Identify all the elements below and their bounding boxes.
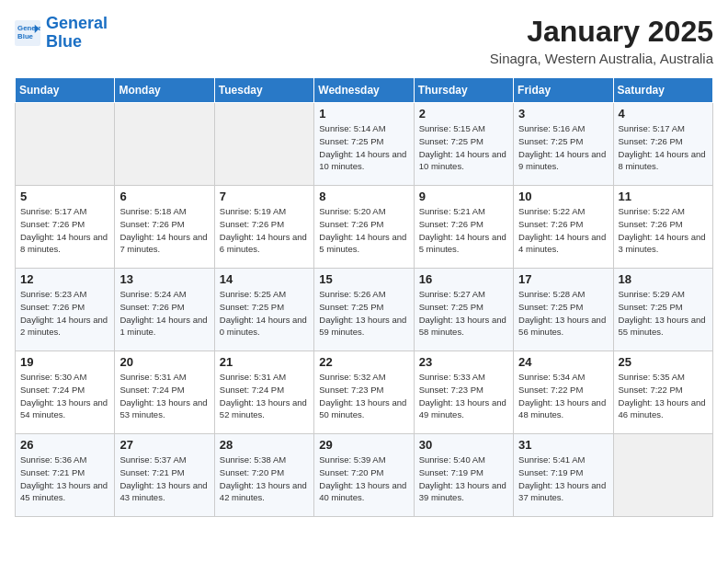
weekday-header-monday: Monday (115, 78, 214, 103)
day-number: 3 (518, 107, 608, 121)
day-info: Sunrise: 5:29 AMSunset: 7:25 PMDaylight:… (619, 288, 708, 339)
location-title: Sinagra, Western Australia, Australia (490, 51, 713, 66)
day-number: 10 (518, 190, 608, 203)
calendar-cell: 4Sunrise: 5:17 AMSunset: 7:26 PMDaylight… (613, 103, 712, 186)
day-info: Sunrise: 5:22 AMSunset: 7:26 PMDaylight:… (619, 205, 708, 256)
calendar-cell: 22Sunrise: 5:32 AMSunset: 7:23 PMDayligh… (314, 351, 414, 434)
calendar-cell: 6Sunrise: 5:18 AMSunset: 7:26 PMDaylight… (115, 186, 214, 269)
weekday-header-thursday: Thursday (414, 78, 513, 103)
day-number: 27 (119, 438, 209, 452)
day-number: 23 (419, 355, 508, 369)
calendar-cell: 23Sunrise: 5:33 AMSunset: 7:23 PMDayligh… (414, 351, 513, 434)
calendar-cell: 28Sunrise: 5:38 AMSunset: 7:20 PMDayligh… (214, 434, 313, 517)
calendar-cell: 20Sunrise: 5:31 AMSunset: 7:24 PMDayligh… (115, 351, 214, 434)
weekday-header-tuesday: Tuesday (214, 78, 313, 103)
calendar-cell: 24Sunrise: 5:34 AMSunset: 7:22 PMDayligh… (514, 351, 613, 434)
day-number: 6 (119, 190, 209, 203)
calendar-cell: 31Sunrise: 5:41 AMSunset: 7:19 PMDayligh… (514, 434, 613, 517)
day-info: Sunrise: 5:31 AMSunset: 7:24 PMDaylight:… (119, 371, 209, 421)
day-number: 14 (220, 272, 309, 286)
svg-text:Blue: Blue (17, 32, 34, 40)
title-section: January 2025 Sinagra, Western Australia,… (490, 15, 713, 66)
calendar-cell: 25Sunrise: 5:35 AMSunset: 7:22 PMDayligh… (613, 351, 712, 434)
day-number: 28 (220, 438, 309, 452)
calendar-cell: 15Sunrise: 5:26 AMSunset: 7:25 PMDayligh… (314, 269, 414, 351)
calendar-cell: 14Sunrise: 5:25 AMSunset: 7:25 PMDayligh… (214, 269, 313, 351)
calendar-cell: 5Sunrise: 5:17 AMSunset: 7:26 PMDaylight… (16, 186, 115, 269)
day-number: 5 (20, 190, 109, 203)
calendar-week-5: 26Sunrise: 5:36 AMSunset: 7:21 PMDayligh… (16, 434, 713, 517)
day-number: 4 (619, 107, 708, 121)
day-info: Sunrise: 5:30 AMSunset: 7:24 PMDaylight:… (20, 371, 109, 421)
calendar-cell (214, 103, 313, 186)
day-info: Sunrise: 5:41 AMSunset: 7:19 PMDaylight:… (518, 454, 608, 504)
day-number: 22 (319, 355, 408, 369)
day-number: 26 (20, 438, 109, 452)
day-number: 31 (518, 438, 608, 452)
day-number: 8 (319, 190, 408, 203)
day-info: Sunrise: 5:25 AMSunset: 7:25 PMDaylight:… (220, 288, 309, 339)
calendar-cell: 1Sunrise: 5:14 AMSunset: 7:25 PMDaylight… (314, 103, 414, 186)
calendar-table: SundayMondayTuesdayWednesdayThursdayFrid… (15, 77, 713, 517)
calendar-cell: 30Sunrise: 5:40 AMSunset: 7:19 PMDayligh… (414, 434, 513, 517)
day-info: Sunrise: 5:20 AMSunset: 7:26 PMDaylight:… (319, 205, 408, 256)
weekday-header-sunday: Sunday (16, 78, 115, 103)
calendar-cell: 27Sunrise: 5:37 AMSunset: 7:21 PMDayligh… (115, 434, 214, 517)
weekday-header-saturday: Saturday (613, 78, 712, 103)
day-number: 24 (518, 355, 608, 369)
day-info: Sunrise: 5:24 AMSunset: 7:26 PMDaylight:… (119, 288, 209, 339)
calendar-week-2: 5Sunrise: 5:17 AMSunset: 7:26 PMDaylight… (16, 186, 713, 269)
month-title: January 2025 (490, 15, 713, 49)
calendar-cell: 2Sunrise: 5:15 AMSunset: 7:25 PMDaylight… (414, 103, 513, 186)
calendar-cell: 21Sunrise: 5:31 AMSunset: 7:24 PMDayligh… (214, 351, 313, 434)
weekday-header-friday: Friday (514, 78, 613, 103)
calendar-cell: 16Sunrise: 5:27 AMSunset: 7:25 PMDayligh… (414, 269, 513, 351)
day-number: 1 (319, 107, 408, 121)
day-info: Sunrise: 5:39 AMSunset: 7:20 PMDaylight:… (319, 454, 408, 504)
day-info: Sunrise: 5:28 AMSunset: 7:25 PMDaylight:… (518, 288, 608, 339)
day-info: Sunrise: 5:19 AMSunset: 7:26 PMDaylight:… (220, 205, 309, 256)
day-info: Sunrise: 5:40 AMSunset: 7:19 PMDaylight:… (419, 454, 508, 504)
day-number: 20 (119, 355, 209, 369)
calendar-cell: 17Sunrise: 5:28 AMSunset: 7:25 PMDayligh… (514, 269, 613, 351)
day-info: Sunrise: 5:27 AMSunset: 7:25 PMDaylight:… (419, 288, 508, 339)
calendar-cell: 9Sunrise: 5:21 AMSunset: 7:26 PMDaylight… (414, 186, 513, 269)
logo: General Blue General Blue (15, 15, 108, 52)
day-info: Sunrise: 5:15 AMSunset: 7:25 PMDaylight:… (419, 122, 508, 173)
day-info: Sunrise: 5:23 AMSunset: 7:26 PMDaylight:… (20, 288, 109, 339)
logo-icon: General Blue (15, 20, 40, 46)
day-number: 25 (619, 355, 708, 369)
day-info: Sunrise: 5:22 AMSunset: 7:26 PMDaylight:… (518, 205, 608, 256)
day-number: 18 (619, 272, 708, 286)
day-info: Sunrise: 5:34 AMSunset: 7:22 PMDaylight:… (518, 371, 608, 421)
day-number: 2 (419, 107, 508, 121)
day-info: Sunrise: 5:38 AMSunset: 7:20 PMDaylight:… (220, 454, 309, 504)
logo-text: General Blue (46, 15, 108, 52)
day-info: Sunrise: 5:31 AMSunset: 7:24 PMDaylight:… (220, 371, 309, 421)
calendar-cell (16, 103, 115, 186)
day-info: Sunrise: 5:26 AMSunset: 7:25 PMDaylight:… (319, 288, 408, 339)
day-info: Sunrise: 5:35 AMSunset: 7:22 PMDaylight:… (619, 371, 708, 421)
calendar-week-4: 19Sunrise: 5:30 AMSunset: 7:24 PMDayligh… (16, 351, 713, 434)
day-info: Sunrise: 5:18 AMSunset: 7:26 PMDaylight:… (119, 205, 209, 256)
calendar-cell: 13Sunrise: 5:24 AMSunset: 7:26 PMDayligh… (115, 269, 214, 351)
calendar-cell: 7Sunrise: 5:19 AMSunset: 7:26 PMDaylight… (214, 186, 313, 269)
day-number: 15 (319, 272, 408, 286)
calendar-cell: 8Sunrise: 5:20 AMSunset: 7:26 PMDaylight… (314, 186, 414, 269)
calendar-cell: 11Sunrise: 5:22 AMSunset: 7:26 PMDayligh… (613, 186, 712, 269)
day-number: 9 (419, 190, 508, 203)
day-info: Sunrise: 5:32 AMSunset: 7:23 PMDaylight:… (319, 371, 408, 421)
calendar-cell: 10Sunrise: 5:22 AMSunset: 7:26 PMDayligh… (514, 186, 613, 269)
calendar-week-1: 1Sunrise: 5:14 AMSunset: 7:25 PMDaylight… (16, 103, 713, 186)
day-info: Sunrise: 5:37 AMSunset: 7:21 PMDaylight:… (119, 454, 209, 504)
calendar-cell: 18Sunrise: 5:29 AMSunset: 7:25 PMDayligh… (613, 269, 712, 351)
day-info: Sunrise: 5:21 AMSunset: 7:26 PMDaylight:… (419, 205, 508, 256)
day-number: 12 (20, 272, 109, 286)
day-number: 30 (419, 438, 508, 452)
calendar-week-3: 12Sunrise: 5:23 AMSunset: 7:26 PMDayligh… (16, 269, 713, 351)
day-info: Sunrise: 5:16 AMSunset: 7:25 PMDaylight:… (518, 122, 608, 173)
calendar-cell: 29Sunrise: 5:39 AMSunset: 7:20 PMDayligh… (314, 434, 414, 517)
day-number: 21 (220, 355, 309, 369)
day-info: Sunrise: 5:17 AMSunset: 7:26 PMDaylight:… (20, 205, 109, 256)
day-info: Sunrise: 5:17 AMSunset: 7:26 PMDaylight:… (619, 122, 708, 173)
